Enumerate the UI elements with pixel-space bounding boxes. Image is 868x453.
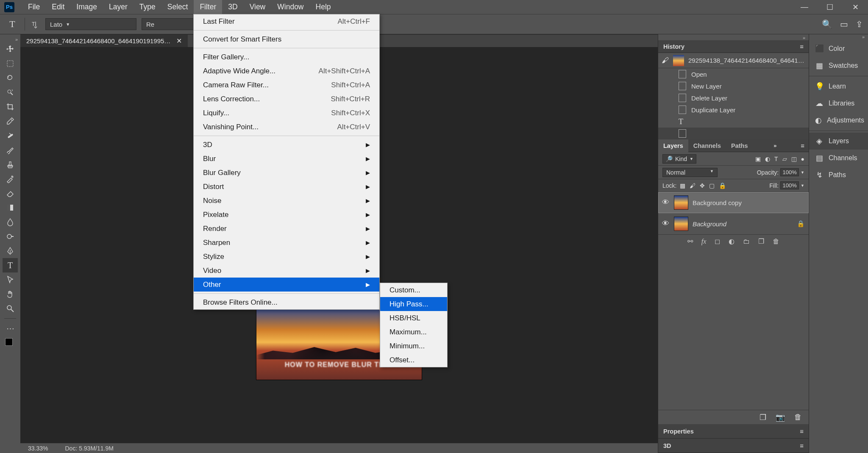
text-orientation-toggle[interactable]: T [30,19,40,29]
blend-mode-dropdown[interactable]: Normal ▼ [662,168,718,177]
menu-item[interactable]: Adaptive Wide Angle...Alt+Shift+Ctrl+A [194,64,379,78]
opacity-input[interactable] [780,168,799,176]
tab-channels[interactable]: Channels [688,139,726,152]
layer-style-icon[interactable]: fx [701,238,707,245]
search-icon[interactable]: 🔍 [822,19,832,29]
new-layer-icon[interactable]: ❐ [758,237,764,245]
menu-item[interactable]: Video▶ [194,264,379,278]
menu-view[interactable]: View [244,0,272,14]
fill-input[interactable] [780,181,799,189]
foreground-background-swatch[interactable] [5,338,15,348]
quick-select-tool[interactable] [3,85,18,100]
layer-kind-dropdown[interactable]: 🔎 Kind ▼ [662,154,696,164]
menu-edit[interactable]: Edit [46,0,70,14]
pen-tool[interactable] [3,244,18,258]
menu-item[interactable]: Liquify...Shift+Ctrl+X [194,106,379,120]
workspace-icon[interactable]: ▭ [840,19,848,29]
menu-item[interactable]: 3D▶ [194,138,379,152]
menu-3d[interactable]: 3D [222,0,243,14]
dock-item-paths[interactable]: ↯Paths [809,167,868,183]
dock-item-adjustments[interactable]: ◐Adjustments [809,112,868,129]
3d-panel-header[interactable]: 3D ≡ [658,439,809,453]
menu-item[interactable]: Maximum... [380,325,447,339]
history-source-row[interactable]: 🖌 292594138_746442146468400_646419019199… [658,53,809,68]
menu-window[interactable]: Window [271,0,309,14]
delete-state-icon[interactable]: 🗑 [794,413,802,422]
font-style-dropdown[interactable]: Re [142,18,195,30]
expand-tools-chevrons[interactable]: » [0,37,20,42]
minimize-button[interactable]: — [792,0,817,14]
lock-transparency-icon[interactable]: ▩ [680,182,685,189]
link-layers-icon[interactable]: ⚯ [687,237,693,245]
menu-image[interactable]: Image [70,0,103,14]
panel-menu-icon[interactable]: ≡ [800,428,804,435]
panel-menu-icon[interactable]: ≡ [800,43,804,50]
visibility-toggle-icon[interactable]: 👁 [662,220,670,228]
menu-file[interactable]: File [22,0,46,14]
panel-menu-icon[interactable]: ≡ [801,142,809,149]
move-tool[interactable] [3,42,18,56]
history-step[interactable] [658,128,809,139]
dock-item-color[interactable]: ⬛Color [809,40,868,57]
menu-item[interactable]: HSB/HSL [380,311,447,325]
dodge-tool[interactable] [3,229,18,244]
menu-item[interactable]: Render▶ [194,222,379,236]
dock-item-channels[interactable]: ▤Channels [809,150,868,167]
menu-item-browse-filters[interactable]: Browse Filters Online... [194,295,379,309]
path-selection-tool[interactable] [3,272,18,287]
menu-item-convert-smart[interactable]: Convert for Smart Filters [194,32,379,46]
lock-image-icon[interactable]: 🖌 [690,182,696,189]
menu-item[interactable]: Blur Gallery▶ [194,166,379,180]
menu-item[interactable]: Lens Correction...Shift+Ctrl+R [194,92,379,106]
healing-brush-tool[interactable] [3,128,18,143]
menu-item[interactable]: Stylize▶ [194,250,379,264]
adjustment-layer-icon[interactable]: ◐ [729,237,734,245]
history-brush-tool[interactable] [3,172,18,186]
dock-item-layers[interactable]: ◈Layers [809,133,868,150]
menu-item[interactable]: Custom... [380,283,447,297]
layer-item[interactable]: 👁 Background 🔒 [658,213,809,234]
panel-menu-icon[interactable]: ≡ [800,442,804,449]
maximize-button[interactable]: ☐ [817,0,843,14]
close-tab-icon[interactable]: ✕ [176,37,182,45]
layer-item[interactable]: 👁 Background copy [658,192,809,213]
font-family-dropdown[interactable]: Lato ▼ [45,18,136,30]
menu-help[interactable]: Help [310,0,337,14]
properties-panel-header[interactable]: Properties ≡ [658,424,809,439]
menu-item[interactable]: Distort▶ [194,180,379,194]
layer-mask-icon[interactable]: ◻ [715,237,720,245]
clone-stamp-tool[interactable] [3,157,18,172]
snapshot-icon[interactable]: 📷 [776,413,785,422]
zoom-level[interactable]: 33.33% [28,445,48,452]
hand-tool[interactable] [3,287,18,301]
history-step[interactable]: Duplicate Layer [658,104,809,116]
share-icon[interactable]: ⇪ [856,19,863,29]
filter-smart-icon[interactable]: ◫ [791,156,797,162]
menu-item[interactable]: Minimum... [380,339,447,353]
delete-layer-icon[interactable]: 🗑 [773,238,779,245]
menu-layer[interactable]: Layer [103,0,134,14]
menu-item[interactable]: Other▶ [194,278,379,292]
menu-item[interactable]: Offset... [380,353,447,367]
menu-type[interactable]: Type [134,0,161,14]
type-tool[interactable]: T [3,258,18,272]
lock-all-icon[interactable]: 🔒 [719,182,726,189]
history-step[interactable]: T [658,116,809,128]
menu-select[interactable]: Select [161,0,194,14]
menu-item-last-filter[interactable]: Last Filter Alt+Ctrl+F [194,14,379,28]
menu-item[interactable]: Filter Gallery... [194,50,379,64]
menu-item[interactable]: Pixelate▶ [194,208,379,222]
eraser-tool[interactable] [3,186,18,200]
chevron-down-icon[interactable]: ▼ [801,170,804,175]
lock-nested-icon[interactable]: ▢ [709,182,715,189]
crop-tool[interactable] [3,100,18,114]
menu-item[interactable]: Vanishing Point...Alt+Ctrl+V [194,120,379,134]
menu-item[interactable]: Blur▶ [194,152,379,166]
menu-item[interactable]: Sharpen▶ [194,236,379,250]
edit-toolbar-button[interactable]: ⋯ [3,321,18,336]
document-tab[interactable]: 292594138_746442146468400_6464190191995…… [20,35,188,47]
expand-dock-chevrons[interactable]: » [809,34,868,40]
dock-item-libraries[interactable]: ☁Libraries [809,95,868,112]
lasso-tool[interactable] [3,71,18,85]
filter-shape-icon[interactable]: ▱ [782,156,787,162]
